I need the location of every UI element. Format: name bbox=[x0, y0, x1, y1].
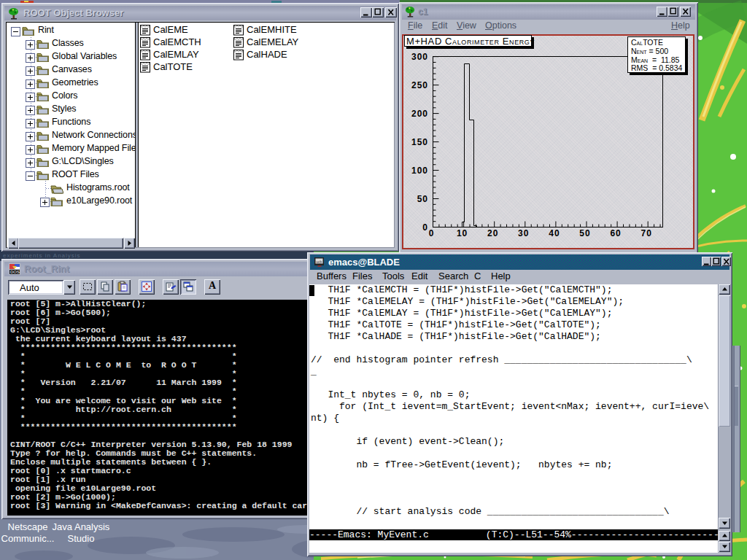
svg-text:DOS: DOS bbox=[10, 270, 20, 274]
svg-text:ucb: ucb bbox=[316, 260, 322, 264]
